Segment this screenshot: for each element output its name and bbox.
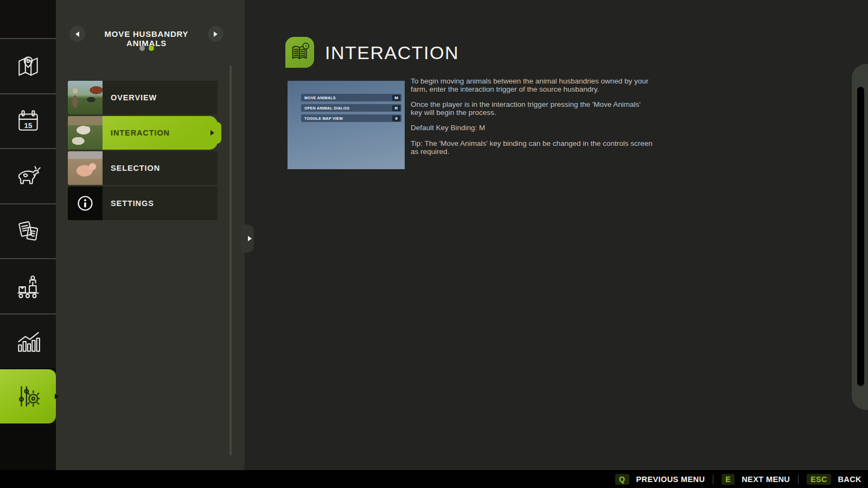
sidebar-item-contracts[interactable] (0, 203, 56, 259)
production-icon (15, 273, 42, 300)
paragraph: Default Key Binding: M (411, 124, 654, 132)
arrow-left-icon (75, 31, 79, 37)
selected-menu-pointer-icon (55, 394, 59, 399)
keybind-row: OPEN ANIMAL DIALOG R (301, 104, 401, 112)
sidebar-item-settings[interactable] (0, 368, 56, 423)
sidebar-item-statistics[interactable] (0, 313, 56, 369)
menu-item-selection[interactable]: SELECTION (68, 151, 218, 185)
next-menu-shortcut[interactable]: E NEXT MENU (722, 474, 790, 485)
pagination-dots (85, 46, 208, 51)
menu-item-overview[interactable]: OVERVIEW (68, 81, 218, 114)
keybind-row: TOGGLE MAP VIEW 9 (301, 114, 401, 122)
statistics-icon (15, 328, 42, 355)
key-badge: 9 (392, 115, 400, 121)
shortcut-bar: Q PREVIOUS MENU E NEXT MENU ESC BACK (0, 470, 868, 488)
key-badge: M (392, 95, 400, 101)
selected-item-arrow-icon (210, 130, 214, 136)
sidebar-item-map[interactable] (0, 38, 56, 93)
page-dot-2-active[interactable] (149, 46, 154, 51)
keybind-row: MOVE ANIMALS M (301, 94, 401, 101)
sidebar-item-production[interactable] (0, 258, 56, 313)
paragraph: Tip: The 'Move Animals' key binding can … (411, 140, 654, 156)
section-menu: OVERVIEW INTERACTION SELECTION (68, 81, 218, 222)
menu-item-settings[interactable]: SETTINGS (68, 187, 218, 220)
page-dot-1[interactable] (139, 46, 145, 51)
map-icon (15, 53, 42, 80)
key-e-badge: E (722, 474, 735, 485)
calendar-icon: 15 (15, 107, 42, 134)
page-title: INTERACTION (325, 42, 459, 63)
collapse-panel-tab[interactable] (241, 224, 254, 253)
menu-item-interaction[interactable]: INTERACTION (68, 116, 218, 150)
help-book-icon: ? (285, 37, 314, 68)
svg-text:?: ? (304, 44, 307, 49)
logo-slot (0, 0, 56, 38)
svg-text:15: 15 (24, 121, 33, 130)
sidebar-item-animals[interactable] (0, 148, 56, 203)
back-shortcut[interactable]: ESC BACK (807, 474, 861, 485)
main-menu-sidebar: 15 (0, 0, 56, 470)
settings-icon (15, 383, 42, 410)
help-content-area: ? INTERACTION MOVE ANIMALS M OPEN ANIMAL… (245, 0, 868, 470)
sidebar-item-calendar[interactable]: 15 (0, 93, 56, 149)
previous-topic-button[interactable] (69, 26, 85, 42)
divider (713, 474, 713, 484)
arrow-right-icon (214, 31, 218, 37)
help-text: To begin moving animals between the anim… (411, 78, 654, 163)
key-q-badge: Q (615, 474, 629, 485)
help-topic-title: MOVE HUSBANDRY ANIMALS (85, 29, 208, 48)
help-topics-panel: MOVE HUSBANDRY ANIMALS OVERVIEW INTERACT… (56, 0, 245, 470)
cow-icon (15, 163, 42, 190)
panel-scrollbar[interactable] (229, 65, 232, 455)
next-topic-button[interactable] (208, 26, 224, 42)
help-screenshot: MOVE ANIMALS M OPEN ANIMAL DIALOG R TOGG… (288, 81, 405, 169)
documents-icon (15, 217, 42, 245)
content-scrollbar-track (852, 64, 868, 410)
info-icon (68, 187, 103, 220)
key-esc-badge: ESC (807, 474, 831, 485)
key-badge: R (392, 105, 400, 111)
game-help-screen: 15 (0, 0, 868, 488)
interaction-thumbnail (68, 116, 103, 150)
content-scrollbar[interactable] (857, 87, 864, 386)
divider (798, 474, 799, 484)
selection-thumbnail (68, 151, 103, 185)
previous-menu-shortcut[interactable]: Q PREVIOUS MENU (615, 474, 705, 485)
paragraph: Once the player is in the interaction tr… (411, 101, 654, 117)
arrow-right-icon (248, 236, 252, 241)
overview-thumbnail (68, 81, 103, 114)
paragraph: To begin moving animals between the anim… (411, 78, 654, 93)
